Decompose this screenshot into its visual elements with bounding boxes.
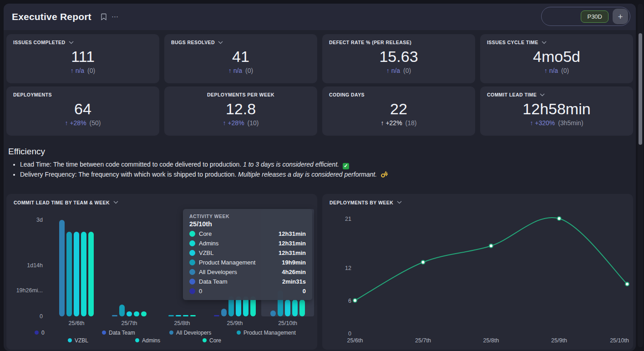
- kpi-label: ISSUES CYCLE TIME: [487, 40, 538, 45]
- deployments-line: [355, 218, 627, 300]
- efficiency-title: Efficiency: [8, 147, 632, 157]
- legend-item-0[interactable]: 0: [35, 330, 102, 336]
- y-axis-label: 19h26mi...: [6, 287, 43, 294]
- bar-all-developers[interactable]: [112, 315, 117, 316]
- bar-0[interactable]: [214, 315, 219, 316]
- chevron-down-icon[interactable]: [540, 93, 545, 97]
- arrow-up-icon: ↑: [228, 67, 232, 74]
- chevron-down-icon[interactable]: [397, 201, 402, 204]
- data-point[interactable]: [489, 244, 493, 248]
- legend-item-all-developers[interactable]: All Developers: [169, 330, 237, 336]
- kpi-card-issues-completed: ISSUES COMPLETED 111 ↑ n/a(0): [6, 34, 159, 83]
- chevron-down-icon[interactable]: [218, 41, 223, 44]
- legend-label: Product Management: [243, 330, 296, 336]
- kpi-value: 41: [171, 48, 310, 66]
- data-point[interactable]: [558, 217, 561, 220]
- legend-dot: [203, 338, 207, 342]
- series-value: 12h31min: [279, 249, 306, 256]
- bar-vzbl[interactable]: [176, 315, 181, 316]
- series-name: All Developers: [199, 269, 237, 275]
- more-options-icon[interactable]: ⋯: [112, 13, 119, 21]
- date-range-control[interactable]: P30D +: [541, 7, 630, 26]
- y-axis-label: 0: [348, 330, 351, 336]
- bar-product-management[interactable]: [168, 315, 174, 316]
- legend-item-data-team[interactable]: Data Team: [102, 330, 169, 336]
- series-value: 2min31s: [282, 278, 306, 285]
- bar-admins[interactable]: [81, 232, 86, 316]
- kpi-baseline: (0): [403, 67, 411, 74]
- legend-item-product-management[interactable]: Product Management: [237, 330, 304, 336]
- tooltip-row: VZBL12h31min: [189, 249, 306, 256]
- series-value: 4h26min: [282, 269, 306, 275]
- kpi-label: DEPLOYMENTS PER WEEK: [207, 92, 274, 97]
- tooltip-row: Admins12h31min: [189, 240, 306, 247]
- legend-item-admins[interactable]: Admins: [135, 337, 203, 344]
- kpi-card-deployments: DEPLOYMENTS 64 ↑ +28%(50): [6, 86, 159, 136]
- series-name: 0: [199, 288, 202, 295]
- bar-core[interactable]: [299, 300, 305, 316]
- x-axis-label: 25/9th: [227, 320, 243, 326]
- app-window: Executive Report ⋯ P30D + ISSUES COMPLET…: [4, 4, 636, 351]
- tooltip-rows: Core12h31minAdmins12h31minVZBL12h31minPr…: [189, 230, 306, 295]
- bar-product-management[interactable]: [66, 232, 72, 316]
- scrollbar-thumb[interactable]: [639, 33, 642, 145]
- arrow-up-icon: ↑: [223, 119, 226, 127]
- arrow-up-icon: ↑: [544, 67, 548, 74]
- kpi-delta: n/a: [391, 67, 400, 74]
- kpi-baseline: (0): [245, 67, 253, 74]
- series-value: 0: [303, 288, 306, 295]
- bar-product-management[interactable]: [119, 305, 125, 316]
- kpi-card-coding-days: CODING DAYS 22 ↑ +22%(18): [322, 86, 475, 136]
- series-dot: [189, 279, 195, 285]
- kpi-label: CODING DAYS: [329, 92, 365, 97]
- tooltip-row: Product Management19h9min: [189, 259, 306, 266]
- x-axis-label: 25/8th: [483, 337, 499, 344]
- bar-vzbl[interactable]: [127, 311, 132, 316]
- bookmark-icon[interactable]: [101, 13, 107, 20]
- chart-tooltip: ACTIVITY WEEK 25/10th Core12h31minAdmins…: [183, 209, 312, 300]
- series-dot: [189, 288, 195, 294]
- bar-vzbl[interactable]: [74, 232, 79, 316]
- bar-core[interactable]: [190, 315, 196, 316]
- bar-core[interactable]: [141, 311, 147, 316]
- legend-label: Admins: [142, 337, 160, 344]
- period-chip[interactable]: P30D: [581, 10, 609, 23]
- data-point[interactable]: [353, 299, 357, 302]
- kpi-baseline: (0): [87, 67, 95, 74]
- legend-label: VZBL: [75, 337, 88, 344]
- kpi-card-commit-lead-time: COMMIT LEAD TIME 12h58min ↑ +320%(3h5min…: [480, 86, 633, 136]
- data-point[interactable]: [421, 260, 425, 264]
- legend-dot: [68, 338, 72, 342]
- bar-vzbl[interactable]: [285, 300, 290, 316]
- x-axis-label: 25/10th: [610, 337, 629, 344]
- series-dot: [189, 269, 195, 275]
- bar-core[interactable]: [88, 232, 94, 316]
- bar-admins[interactable]: [183, 315, 188, 316]
- bullet-text: Lead Time: The time between code committ…: [20, 161, 241, 168]
- kpi-label: DEFECT RATE % (PER RELEASE): [329, 40, 411, 45]
- arrow-up-icon: ↑: [530, 119, 533, 127]
- x-axis-label: 25/8th: [174, 320, 190, 326]
- bar-all-developers[interactable]: [270, 310, 276, 316]
- add-button[interactable]: +: [613, 9, 628, 24]
- legend-item-core[interactable]: Core: [203, 337, 270, 344]
- chart-title: COMMIT LEAD TIME BY TEAM & WEEK: [14, 200, 110, 205]
- chevron-down-icon[interactable]: [69, 41, 74, 44]
- efficiency-section: Efficiency Lead Time: The time between c…: [8, 147, 632, 178]
- bar-all-developers[interactable]: [221, 309, 227, 316]
- bar-admins[interactable]: [292, 300, 298, 316]
- kpi-card-bugs-resolved: BUGS RESOLVED 41 ↑ n/a(0): [164, 34, 317, 83]
- data-point[interactable]: [625, 282, 629, 286]
- x-axis-label: 25/6th: [69, 320, 85, 326]
- chevron-down-icon[interactable]: [113, 201, 118, 204]
- scrollbar-track[interactable]: [638, 4, 643, 347]
- bar-admins[interactable]: [134, 311, 139, 316]
- legend-label: Core: [209, 337, 221, 344]
- series-name: Data Team: [199, 278, 228, 285]
- bar-all-developers[interactable]: [59, 220, 65, 316]
- kpi-value: 4mo5d: [487, 48, 626, 66]
- kpi-delta: +28%: [228, 119, 244, 127]
- chevron-down-icon[interactable]: [542, 41, 547, 44]
- arrow-up-icon: ↑: [65, 119, 68, 127]
- legend-item-vzbl[interactable]: VZBL: [68, 337, 135, 344]
